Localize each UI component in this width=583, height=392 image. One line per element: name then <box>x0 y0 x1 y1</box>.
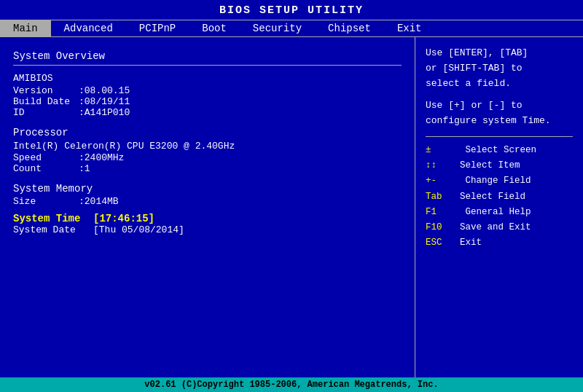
system-time-label: System Time <box>13 213 93 224</box>
id-label: ID <box>13 107 79 118</box>
system-date-value[interactable]: [Thu 05/08/2014] <box>93 224 184 235</box>
help-text-1: Use [ENTER], [TAB] <box>426 46 573 61</box>
help-text-6: configure system Time. <box>426 114 573 129</box>
menu-item-chipset[interactable]: Chipset <box>315 20 384 36</box>
footer: v02.61 (C)Copyright 1985-2006, American … <box>0 377 583 392</box>
speed-row: Speed :2400MHz <box>13 152 402 163</box>
version-value: :08.00.15 <box>79 85 130 96</box>
count-label: Count <box>13 163 79 174</box>
build-value: :08/19/11 <box>79 96 130 107</box>
key-esc: ESC Exit <box>426 235 573 251</box>
system-date-label: System Date <box>13 224 93 235</box>
key-select-item: ↕↕ Select Item <box>426 158 573 173</box>
id-value: :A141P010 <box>79 107 130 118</box>
memory-section-title: System Memory <box>13 183 402 195</box>
id-row: ID :A141P010 <box>13 107 402 118</box>
processor-section-title: Processor <box>13 127 402 138</box>
speed-value: :2400MHz <box>79 152 124 163</box>
key-change-field: +- Change Field <box>426 173 573 189</box>
count-value: :1 <box>79 163 90 174</box>
bios-screen: BIOS SETUP UTILITY Main Advanced PCIPnP … <box>0 0 583 392</box>
key-select-field: Tab Select Field <box>426 189 573 205</box>
size-label: Size <box>13 196 79 207</box>
menu-item-main[interactable]: Main <box>0 20 51 36</box>
size-row: Size :2014MB <box>13 196 402 207</box>
main-content: System Overview AMIBIOS Version :08.00.1… <box>0 37 583 377</box>
help-text-3: select a field. <box>426 77 573 92</box>
system-date-row[interactable]: System Date [Thu 05/08/2014] <box>13 224 402 235</box>
size-value: :2014MB <box>79 196 119 207</box>
version-row: Version :08.00.15 <box>13 85 402 96</box>
left-panel: System Overview AMIBIOS Version :08.00.1… <box>0 37 415 377</box>
bios-title: BIOS SETUP UTILITY <box>0 0 583 20</box>
processor-line: Intel(R) Celeron(R) CPU E3200 @ 2.40GHz <box>13 141 402 152</box>
build-row: Build Date :08/19/11 <box>13 96 402 107</box>
menu-item-boot[interactable]: Boot <box>189 20 240 36</box>
key-save-exit: F10 Save and Exit <box>426 220 573 235</box>
speed-label: Speed <box>13 152 79 163</box>
help-text-5: Use [+] or [-] to <box>426 98 573 114</box>
key-select-screen: ± Select Screen <box>426 143 573 158</box>
count-row: Count :1 <box>13 163 402 174</box>
system-time-value[interactable]: [17:46:15] <box>93 213 154 224</box>
build-label: Build Date <box>13 96 79 107</box>
amibios-label: AMIBIOS <box>13 73 402 84</box>
menu-item-advanced[interactable]: Advanced <box>51 20 126 36</box>
section-overview-title: System Overview <box>13 50 402 62</box>
right-panel: Use [ENTER], [TAB] or [SHIFT-TAB] to sel… <box>415 37 583 377</box>
menu-bar[interactable]: Main Advanced PCIPnP Boot Security Chips… <box>0 20 583 37</box>
help-text-2: or [SHIFT-TAB] to <box>426 61 573 77</box>
key-help-section: ± Select Screen ↕↕ Select Item +- Change… <box>426 143 573 251</box>
system-time-row[interactable]: System Time [17:46:15] <box>13 213 402 224</box>
menu-item-security[interactable]: Security <box>240 20 315 36</box>
key-general-help: F1 General Help <box>426 205 573 220</box>
version-label: Version <box>13 85 79 96</box>
menu-item-exit[interactable]: Exit <box>384 20 435 36</box>
menu-item-pcipnp[interactable]: PCIPnP <box>126 20 189 36</box>
